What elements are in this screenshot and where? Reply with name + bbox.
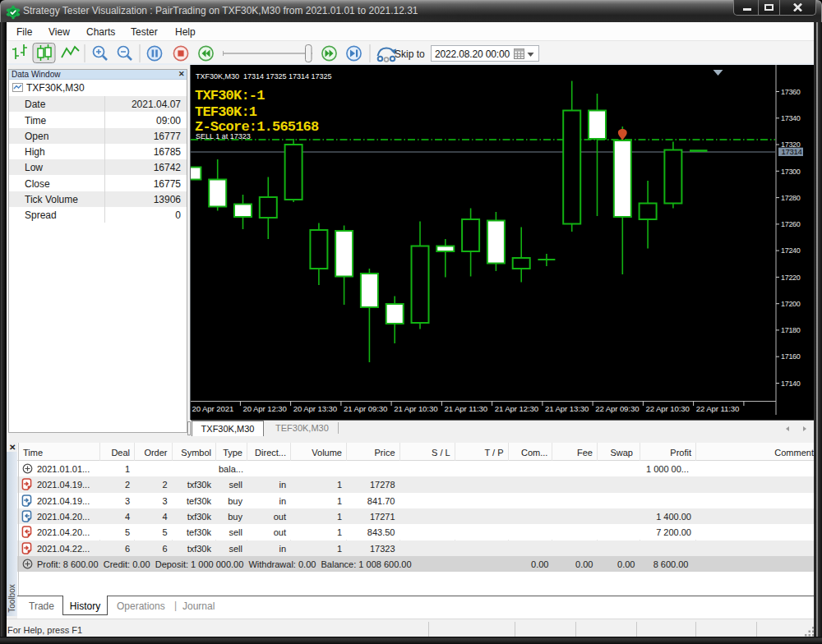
svg-text:17260: 17260 — [781, 220, 801, 228]
svg-text:20 Apr 13:30: 20 Apr 13:30 — [293, 404, 337, 413]
svg-text:17280: 17280 — [781, 194, 801, 202]
svg-text:17140: 17140 — [781, 380, 801, 388]
svg-text:21 Apr 12:30: 21 Apr 12:30 — [495, 404, 538, 413]
svg-text:SELL 1 at 17323: SELL 1 at 17323 — [196, 132, 251, 140]
svg-text:21 Apr 09:30: 21 Apr 09:30 — [344, 404, 387, 413]
svg-text:17340: 17340 — [781, 114, 801, 122]
svg-text:20 Apr 12:30: 20 Apr 12:30 — [243, 404, 287, 413]
svg-text:17360: 17360 — [781, 88, 801, 96]
svg-text:17300: 17300 — [781, 168, 801, 176]
svg-text:TXF30K,M30 17314 17325 17314: TXF30K,M30 17314 17325 17314 17325 — [196, 72, 332, 80]
svg-text:22 Apr 11:30: 22 Apr 11:30 — [696, 404, 740, 413]
svg-text:TEF30K:1: TEF30K:1 — [195, 104, 257, 120]
svg-text:21 Apr 11:30: 21 Apr 11:30 — [445, 404, 488, 413]
svg-text:17180: 17180 — [781, 326, 801, 334]
svg-text:17200: 17200 — [781, 300, 801, 308]
svg-text:17240: 17240 — [781, 246, 801, 255]
svg-text:21 Apr 10:30: 21 Apr 10:30 — [394, 404, 437, 413]
svg-text:21 Apr 13:30: 21 Apr 13:30 — [545, 404, 589, 413]
svg-text:20 Apr 2021: 20 Apr 2021 — [192, 404, 234, 413]
svg-text:22 Apr 09:30: 22 Apr 09:30 — [595, 404, 639, 413]
svg-text:22 Apr 10:30: 22 Apr 10:30 — [646, 404, 690, 413]
svg-text:17160: 17160 — [781, 352, 801, 361]
svg-text:17314: 17314 — [782, 147, 802, 156]
svg-text:17220: 17220 — [781, 274, 801, 282]
svg-text:TXF30K:-1: TXF30K:-1 — [195, 88, 265, 104]
